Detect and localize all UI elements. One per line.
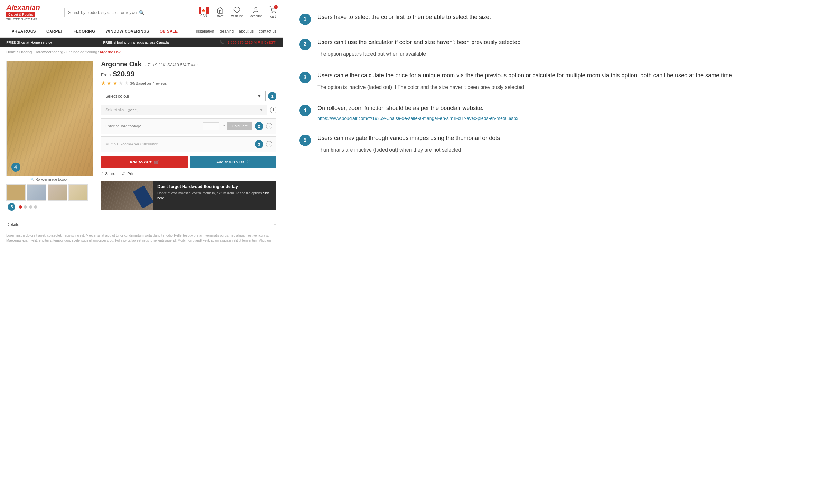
annotation-main-3: Users can either calculate the price for… bbox=[317, 71, 808, 80]
select-size-group: Select size (per ft²) ▼ ℹ bbox=[101, 105, 277, 115]
nav-installation[interactable]: installation bbox=[196, 29, 214, 33]
cart-count: 1 bbox=[274, 5, 278, 9]
search-box[interactable]: 🔍 bbox=[64, 8, 148, 17]
annotation-text-2: Users can't use the calculator if color … bbox=[317, 38, 808, 58]
lorem-text: Lorem ipsum dolor sit amet, consectetur … bbox=[0, 230, 283, 246]
nav-area-rugs[interactable]: AREA RUGS bbox=[6, 25, 41, 37]
details-label: Details bbox=[6, 222, 19, 227]
annotation-sub-2: The option appears faded out when unavai… bbox=[317, 50, 808, 58]
share-print: ⤴ Share 🖨 Print bbox=[101, 172, 277, 176]
multi-calc-info-icon[interactable]: ℹ bbox=[266, 141, 272, 147]
wishlist-icon-btn[interactable]: wish list bbox=[231, 7, 243, 18]
calculate-button[interactable]: Calculate bbox=[227, 122, 252, 130]
store-label: store bbox=[217, 14, 224, 18]
size-info-icon[interactable]: ℹ bbox=[270, 107, 277, 113]
annotation-4: 4 On rollover, zoom function should be a… bbox=[299, 104, 808, 121]
promo-desc: Donec et eros molestie, viverra metus in… bbox=[158, 191, 272, 201]
print-button[interactable]: 🖨 Print bbox=[122, 172, 135, 176]
svg-point-1 bbox=[272, 12, 272, 13]
region-selector[interactable]: 🍁 CAN bbox=[199, 7, 209, 18]
chevron-down-icon-size: ▼ bbox=[259, 107, 263, 112]
share-icon: ⤴ bbox=[101, 172, 103, 176]
annotation-num-2: 2 bbox=[299, 38, 311, 50]
canadian-flag: 🍁 bbox=[199, 7, 209, 13]
account-label: account bbox=[250, 14, 262, 18]
star-3: ★ bbox=[113, 80, 117, 86]
search-input[interactable] bbox=[68, 10, 139, 15]
action-buttons: Add to cart 🛒 Add to wish list ♡ bbox=[101, 157, 277, 168]
select-colour-row: Select colour ▼ 1 bbox=[101, 91, 277, 101]
thumbnail-3[interactable] bbox=[47, 184, 67, 201]
annotation-3: 3 Users can either calculate the price f… bbox=[299, 71, 808, 91]
annotations-panel: 1 Users have to select the color first t… bbox=[283, 0, 824, 504]
promo-phone: 📞 1-866-878-2525 M-F-9-5 (EST) bbox=[220, 40, 277, 44]
dot-3[interactable] bbox=[29, 205, 32, 209]
main-product-image[interactable]: 4 bbox=[6, 61, 93, 176]
share-button[interactable]: ⤴ Share bbox=[101, 172, 115, 176]
breadcrumb-flooring[interactable]: Flooring bbox=[19, 50, 32, 54]
annotation-1: 1 Users have to select the color first t… bbox=[299, 13, 808, 25]
nav-window-coverings[interactable]: WINDOW COVERINGS bbox=[100, 25, 154, 37]
breadcrumb-engineered[interactable]: Engineered flooring bbox=[66, 50, 97, 54]
product-info: Argonne Oak - 7" x 9 / 16" SA419 524 Tow… bbox=[101, 61, 277, 215]
heart-icon-small: ♡ bbox=[246, 160, 250, 165]
star-2: ★ bbox=[107, 80, 111, 86]
calc-info-icon[interactable]: ℹ bbox=[266, 123, 272, 129]
product-page: Alexanian Carpet & Flooring TRUSTED SINC… bbox=[0, 0, 283, 504]
annotation-num-1: 1 bbox=[299, 13, 311, 25]
wish-list-button[interactable]: Add to wish list ♡ bbox=[190, 157, 277, 168]
nav-carpet[interactable]: CARPET bbox=[41, 25, 68, 37]
annotation-5: 5 Users can navigate through various ima… bbox=[299, 134, 808, 154]
cart-icon-btn[interactable]: 1 cart bbox=[270, 6, 277, 18]
svg-point-2 bbox=[275, 12, 276, 13]
product-price: From $20.99 bbox=[101, 70, 277, 78]
calc-badge: 2 bbox=[255, 122, 263, 130]
select-size-dropdown[interactable]: Select size (per ft²) ▼ bbox=[101, 105, 268, 115]
add-to-cart-button[interactable]: Add to cart 🛒 bbox=[101, 157, 188, 168]
breadcrumb-hardwood[interactable]: Hardwood flooring bbox=[34, 50, 63, 54]
breadcrumb-home[interactable]: Home bbox=[6, 50, 16, 54]
search-icon[interactable]: 🔍 bbox=[139, 10, 144, 15]
image-dots: 5 bbox=[6, 203, 93, 211]
product-subtitle: - 7" x 9 / 16" SA419 524 Tower bbox=[145, 63, 198, 67]
calc-input[interactable] bbox=[203, 122, 219, 130]
details-section[interactable]: Details − bbox=[0, 218, 283, 230]
promo-banner: Don't forget Hardwood flooring underlay … bbox=[101, 181, 277, 210]
promo-free-shipping: FREE shipping on all rugs across Canada bbox=[103, 40, 169, 44]
annotation-text-5: Users can navigate through various image… bbox=[317, 134, 808, 154]
star-5: ★ bbox=[124, 80, 129, 86]
thumbnails bbox=[6, 184, 93, 201]
logo-name: Alexanian bbox=[6, 4, 58, 12]
dot-1[interactable] bbox=[19, 205, 22, 209]
annotation-link-4[interactable]: https://www.bouclair.com/fr/19259-Chaise… bbox=[317, 116, 808, 121]
promo-text: Don't forget Hardwood flooring underlay … bbox=[153, 181, 276, 210]
logo-subtitle: Carpet & Flooring bbox=[6, 12, 35, 17]
multi-calc-section: Multiple Room/Area Calculator 3 ℹ bbox=[101, 136, 277, 152]
nav-cleaning[interactable]: cleaning bbox=[219, 29, 234, 33]
star-4: ★ bbox=[118, 80, 123, 86]
account-icon-btn[interactable]: account bbox=[250, 7, 262, 18]
nav-on-sale[interactable]: ON SALE bbox=[154, 25, 183, 37]
nav-contact[interactable]: contact us bbox=[259, 29, 277, 33]
thumbnail-2[interactable] bbox=[27, 184, 46, 201]
cart-icon-small: 🛒 bbox=[154, 160, 159, 165]
annotation-text-3: Users can either calculate the price for… bbox=[317, 71, 808, 91]
select-colour-group: Select colour ▼ 1 bbox=[101, 91, 277, 101]
thumbnail-4[interactable] bbox=[68, 184, 88, 201]
nav-about[interactable]: about us bbox=[239, 29, 253, 33]
image-section: 4 🔍 Rollover image to zoom 5 bbox=[6, 61, 93, 215]
thumbnail-1[interactable] bbox=[6, 184, 26, 201]
annotation-num-5: 5 bbox=[299, 134, 311, 146]
dot-4[interactable] bbox=[34, 205, 37, 209]
logo: Alexanian Carpet & Flooring TRUSTED SINC… bbox=[6, 4, 58, 21]
dot-2[interactable] bbox=[24, 205, 27, 209]
store-icon-btn[interactable]: store bbox=[217, 7, 224, 18]
nav-flooring[interactable]: FLOORING bbox=[68, 25, 100, 37]
promo-bar: FREE Shop-at-Home service FREE shipping … bbox=[0, 38, 283, 47]
calculator-section: Enter square footage: ft² Calculate 2 ℹ bbox=[101, 118, 277, 134]
print-icon: 🖨 bbox=[122, 172, 125, 176]
annotation-2: 2 Users can't use the calculator if colo… bbox=[299, 38, 808, 58]
star-1: ★ bbox=[101, 80, 106, 86]
annotation-main-5: Users can navigate through various image… bbox=[317, 134, 808, 142]
select-colour-dropdown[interactable]: Select colour ▼ bbox=[101, 91, 266, 101]
